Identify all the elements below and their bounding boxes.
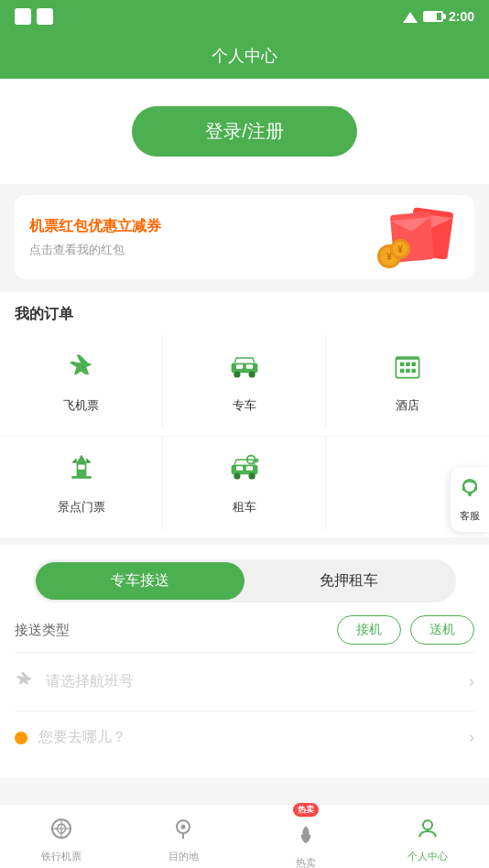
order-item-car[interactable]: 专车: [163, 335, 326, 429]
order-item-hotel[interactable]: 酒店: [326, 335, 489, 429]
service-form-section: 专车接送 免押租车 接送类型 接机 送机 请选择航班号 › 您要去哪儿？ ›: [0, 545, 489, 778]
svg-point-3: [248, 371, 255, 377]
status-left-icons: [15, 8, 53, 25]
svg-point-32: [468, 493, 472, 496]
battery-icon: [423, 11, 443, 22]
orders-section-title: 我的订单: [15, 305, 474, 328]
tab-rent-car[interactable]: 免押租车: [244, 562, 453, 600]
svg-rect-23: [236, 466, 243, 471]
svg-rect-13: [396, 356, 418, 360]
signal-square-1: [15, 8, 31, 25]
coin-2: ¥: [390, 239, 410, 259]
transfer-type-label: 接送类型: [15, 622, 70, 639]
time-display: 2:00: [449, 9, 474, 24]
login-register-button[interactable]: 登录/注册: [132, 106, 357, 157]
profile-icon: [416, 817, 440, 846]
svg-marker-18: [86, 458, 91, 462]
destination-placeholder: 您要去哪儿？: [38, 728, 469, 747]
page-title: 个人中心: [212, 45, 277, 67]
banner-section: 机票红包优惠立减券 点击查看我的红包 ¥ ¥: [0, 184, 489, 290]
svg-rect-5: [245, 364, 252, 369]
pickup-button[interactable]: 接机: [337, 615, 401, 645]
svg-rect-10: [400, 369, 405, 374]
svg-point-22: [248, 472, 255, 479]
svg-rect-24: [245, 466, 252, 471]
transfer-type-buttons: 接机 送机: [337, 615, 474, 645]
hotel-icon: [391, 350, 424, 390]
svg-rect-28: [255, 461, 256, 463]
ticket-label: 铁行机票: [41, 850, 82, 863]
customer-service-float[interactable]: 客服: [451, 467, 489, 532]
orders-grid-row2: 景点门票 租车: [0, 436, 489, 537]
svg-rect-9: [412, 363, 417, 367]
svg-marker-17: [71, 458, 76, 462]
attraction-icon: [65, 451, 98, 492]
svg-rect-27: [256, 461, 258, 462]
wifi-icon: [403, 10, 418, 23]
svg-rect-1: [231, 363, 257, 373]
status-right-icons: 2:00: [403, 9, 474, 24]
customer-service-label: 客服: [460, 509, 480, 523]
my-orders-section: 我的订单: [0, 292, 489, 328]
nav-item-hot[interactable]: 热卖 热卖: [244, 803, 367, 868]
hotel-label: 酒店: [396, 397, 419, 414]
orders-grid-row1: 飞机票 专车: [0, 328, 489, 436]
svg-rect-16: [78, 464, 84, 469]
rentcar-icon: [228, 451, 261, 492]
ticket-icon: [49, 817, 73, 846]
order-item-attraction[interactable]: 景点门票: [0, 437, 163, 530]
destination-row[interactable]: 您要去哪儿？ ›: [15, 711, 474, 764]
tab-toggle: 专车接送 免押租车: [33, 559, 456, 602]
login-section: 登录/注册: [0, 79, 489, 184]
flight-select-row[interactable]: 请选择航班号 ›: [15, 652, 474, 711]
flight-select-icon: [15, 669, 35, 694]
svg-rect-19: [71, 476, 92, 479]
svg-rect-31: [474, 486, 477, 491]
svg-point-39: [423, 820, 432, 830]
car-icon: [228, 350, 261, 390]
bottom-navigation: 铁行机票 目的地 热卖 热卖 个人中心: [0, 804, 489, 868]
svg-rect-11: [406, 369, 410, 374]
rentcar-label: 租车: [233, 499, 256, 515]
destination-dot-icon: [15, 732, 27, 744]
svg-rect-26: [253, 459, 257, 461]
flight-label: 飞机票: [63, 397, 99, 414]
svg-rect-8: [406, 363, 410, 367]
nav-item-ticket[interactable]: 铁行机票: [0, 809, 123, 863]
customer-service-icon: [458, 476, 482, 505]
svg-rect-4: [236, 364, 243, 369]
page-header: 个人中心: [0, 33, 489, 79]
order-item-flight[interactable]: 飞机票: [0, 335, 163, 429]
hot-icon: [294, 823, 318, 852]
hot-badge: 热卖: [293, 803, 319, 817]
car-label: 专车: [233, 397, 256, 414]
dropoff-button[interactable]: 送机: [410, 615, 474, 645]
signal-square-2: [37, 8, 53, 25]
nav-item-profile[interactable]: 个人中心: [367, 809, 490, 863]
destination-label: 目的地: [168, 850, 199, 863]
banner-icon: ¥ ¥: [377, 210, 460, 265]
destination-arrow-icon: ›: [469, 728, 474, 747]
svg-point-21: [234, 472, 240, 479]
flight-arrow-icon: ›: [469, 672, 474, 691]
banner-subtitle: 点击查看我的红包: [29, 242, 161, 258]
svg-rect-6: [396, 358, 418, 378]
svg-rect-7: [400, 363, 405, 367]
tab-private-car[interactable]: 专车接送: [36, 562, 244, 600]
flight-placeholder: 请选择航班号: [46, 672, 469, 691]
svg-rect-12: [412, 369, 417, 374]
nav-item-destination[interactable]: 目的地: [123, 809, 245, 863]
flight-icon: [65, 350, 98, 390]
profile-label: 个人中心: [408, 850, 448, 863]
svg-rect-20: [231, 464, 257, 474]
banner-title: 机票红包优惠立减券: [29, 217, 161, 236]
red-packet-banner[interactable]: 机票红包优惠立减券 点击查看我的红包 ¥ ¥: [15, 195, 474, 279]
destination-nav-icon: [171, 817, 195, 846]
svg-point-2: [234, 371, 240, 377]
order-item-rentcar[interactable]: 租车: [163, 437, 326, 530]
banner-text: 机票红包优惠立减券 点击查看我的红包: [29, 217, 161, 258]
svg-point-37: [181, 825, 186, 830]
svg-marker-0: [403, 12, 418, 23]
transfer-type-row: 接送类型 接机 送机: [15, 602, 474, 652]
status-bar: 2:00: [0, 0, 489, 33]
